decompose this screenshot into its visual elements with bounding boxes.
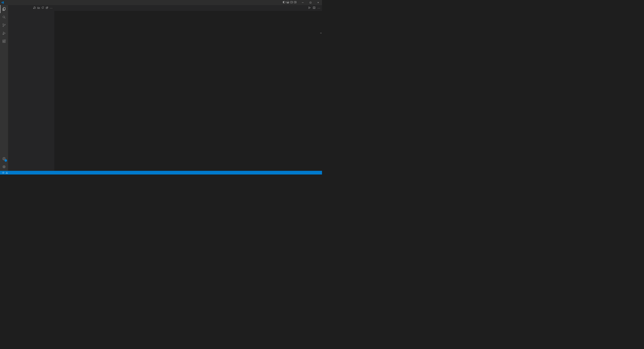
collapse-all-icon[interactable] xyxy=(46,6,48,10)
main-area: ··· ··· xyxy=(0,5,322,171)
new-folder-icon[interactable] xyxy=(37,6,40,10)
editor-more-icon[interactable]: ··· xyxy=(318,7,320,9)
close-button[interactable]: × xyxy=(314,0,322,5)
code-editor[interactable] xyxy=(54,11,322,171)
account-badge xyxy=(4,159,7,162)
layout-controls xyxy=(283,1,296,4)
titlebar: × xyxy=(0,0,322,5)
vscode-window: × xyxy=(0,0,322,175)
activitybar-account[interactable] xyxy=(0,155,8,163)
activitybar-extensions[interactable] xyxy=(0,37,8,45)
customize-layout-icon[interactable] xyxy=(294,1,296,4)
explorer-header: ··· xyxy=(8,5,54,11)
source-control-icon xyxy=(2,23,6,27)
error-icon xyxy=(2,172,4,174)
activitybar-bottom xyxy=(0,155,8,171)
editor-area: ··· xyxy=(54,5,322,171)
tab-bar: ··· xyxy=(54,5,322,11)
activitybar-source-control[interactable] xyxy=(0,21,8,29)
run-debug-icon xyxy=(2,31,6,35)
activitybar-settings[interactable] xyxy=(0,163,8,171)
explorer-sidebar: ··· xyxy=(8,5,54,171)
search-icon xyxy=(2,15,6,19)
toggle-panel-icon[interactable] xyxy=(286,1,289,4)
status-bar xyxy=(0,171,322,175)
refresh-icon[interactable] xyxy=(42,6,44,10)
files-icon xyxy=(2,7,6,11)
titlebar-controls: × xyxy=(283,0,322,5)
explorer-more-icon[interactable]: ··· xyxy=(50,7,53,9)
extensions-icon xyxy=(2,39,6,43)
minimize-button[interactable] xyxy=(299,0,306,5)
explorer-actions: ··· xyxy=(33,6,53,10)
toggle-secondary-sidebar-icon[interactable] xyxy=(290,1,293,4)
new-file-icon[interactable] xyxy=(33,6,36,10)
activitybar-run-debug[interactable] xyxy=(0,29,8,37)
activity-bar xyxy=(0,5,8,171)
run-file-icon[interactable] xyxy=(308,6,311,10)
editor-actions: ··· xyxy=(308,5,320,11)
warning-icon xyxy=(6,172,8,174)
overview-ruler[interactable] xyxy=(320,11,322,171)
split-editor-icon[interactable] xyxy=(313,6,316,10)
vscode-logo-icon xyxy=(0,1,5,4)
toggle-sidebar-icon[interactable] xyxy=(283,1,286,4)
maximize-button[interactable] xyxy=(306,0,314,5)
gear-icon xyxy=(2,165,6,169)
activitybar-explorer[interactable] xyxy=(0,5,8,13)
problems-status[interactable] xyxy=(1,171,10,175)
cursor-ruler-mark xyxy=(320,33,322,33)
activitybar-search[interactable] xyxy=(0,13,8,21)
